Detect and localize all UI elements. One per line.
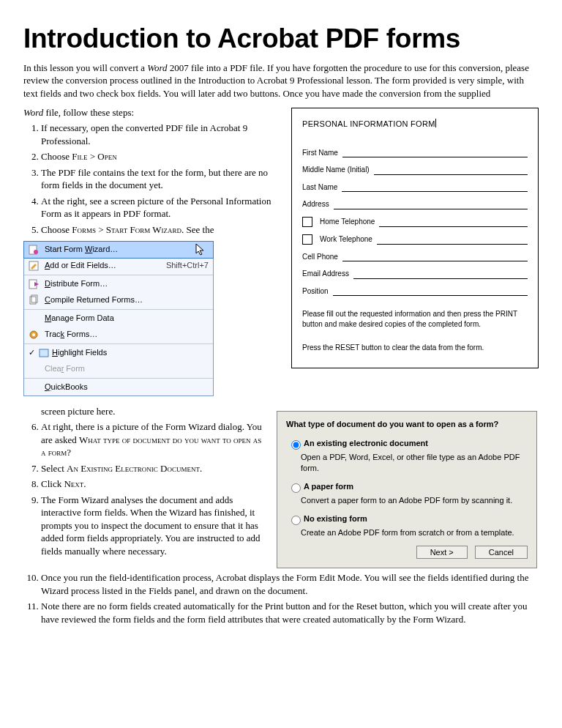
compile-icon [27, 294, 40, 307]
menu-separator [24, 275, 213, 275]
menu-label: Track Forms… [45, 329, 209, 340]
pif-line [374, 167, 528, 175]
pif-label-position: Position [302, 286, 329, 297]
svg-point-1 [34, 250, 38, 254]
wizard-icon [27, 243, 40, 256]
wizard-option-label: No existing form [304, 514, 367, 523]
menu-quickbooks[interactable]: QuickBooks [24, 379, 213, 395]
menu-label: Add or Edit Fields… [45, 260, 166, 271]
wizard-option-desc: Create an Adobe PDF form from scratch or… [301, 527, 528, 538]
intro-tail: Word file, follow these steps: [23, 106, 280, 119]
check-icon: ✓ [27, 347, 36, 358]
cursor-icon [195, 243, 206, 259]
pif-line [379, 219, 528, 227]
track-icon [27, 328, 40, 341]
pif-label-home: Home Telephone [320, 217, 375, 227]
pif-note-print: Please fill out the requested informatio… [302, 309, 528, 330]
pif-checkbox-home [302, 217, 312, 227]
wizard-option-existing[interactable]: An existing electronic document Open a P… [288, 438, 528, 474]
step-11: Note there are no form fields created au… [41, 600, 539, 625]
menu-compile-forms[interactable]: Compile Returned Forms… [24, 292, 213, 308]
step-4: At the right, see a screen picture of th… [41, 195, 280, 220]
blank-icon [27, 312, 40, 325]
step-7: Select An Existing Electronic Document. [41, 462, 265, 475]
form-wizard-dialog: What type of document do you want to ope… [277, 411, 537, 569]
menu-distribute-form[interactable]: Distribute Form… [24, 276, 213, 292]
cancel-button[interactable]: Cancel [475, 546, 528, 559]
pif-note-reset: Press the RESET button to clear the data… [302, 343, 528, 353]
pif-line [342, 184, 528, 192]
pif-label-last: Last Name [302, 182, 337, 193]
radio-existing[interactable] [291, 440, 301, 450]
blank-icon [27, 381, 40, 394]
menu-label: Clear Form [45, 363, 209, 374]
pif-line [377, 237, 528, 245]
pif-checkbox-work [302, 234, 312, 245]
step-3: The PDF file contains the text for the f… [41, 166, 280, 192]
menu-start-form-wizard[interactable]: Start Form Wizard… [23, 241, 214, 259]
intro-text: In this lesson you will convert a [23, 62, 147, 73]
steps-list-cont: At right, there is a picture of the Form… [23, 420, 265, 557]
edit-fields-icon [27, 259, 40, 272]
intro-paragraph: In this lesson you will convert a Word 2… [23, 62, 539, 100]
pif-title: PERSONAL INFORMATION FORM [302, 119, 436, 127]
intro-word-italic: Word [23, 107, 43, 118]
steps-list: If necessary, open the converted PDF fil… [23, 122, 280, 395]
step-text: Click [41, 478, 64, 489]
wizard-option-desc: Convert a paper form to an Adobe PDF for… [301, 495, 528, 506]
steps-list-final: Once you run the field-identification pr… [23, 571, 539, 625]
pif-line [342, 149, 528, 157]
wizard-question: What type of document do you want to ope… [286, 419, 528, 430]
menu-label: Manage Form Data [45, 313, 209, 324]
radio-none[interactable] [291, 516, 301, 525]
option-ref: An Existing Electronic Document. [67, 463, 202, 474]
pif-label-first: First Name [302, 148, 338, 158]
svg-rect-8 [40, 349, 48, 357]
step-10: Once you run the field-identification pr… [41, 571, 539, 597]
pif-label-middle: Middle Name (Initial) [302, 165, 370, 175]
highlight-icon [37, 346, 50, 360]
menu-separator [24, 343, 213, 344]
blank-icon [27, 363, 40, 376]
wizard-option-none[interactable]: No existing form Create an Adobe PDF for… [288, 513, 528, 538]
menu-add-edit-fields[interactable]: Add or Edit Fields… Shift+Ctrl+7 [24, 258, 213, 274]
button-ref: Next. [64, 478, 86, 489]
step-2: Choose File > Open [41, 150, 280, 163]
step-5-after: screen picture here. [23, 405, 265, 418]
step-text: . See the [181, 224, 214, 235]
menu-label: Distribute Form… [45, 278, 209, 289]
intro-text: file, follow these steps: [43, 107, 134, 118]
step-9: The Form Wizard analyses the document an… [41, 494, 265, 558]
menu-manage-form-data[interactable]: Manage Form Data [24, 311, 213, 327]
pif-line [353, 271, 528, 279]
step-1: If necessary, open the converted PDF fil… [41, 122, 280, 147]
menu-shortcut: Shift+Ctrl+7 [166, 260, 209, 271]
pif-line [333, 288, 528, 296]
menu-label: QuickBooks [45, 382, 209, 393]
radio-paper[interactable] [291, 483, 301, 493]
step-8: Click Next. [41, 478, 265, 491]
distribute-icon [27, 278, 40, 291]
menu-label: Compile Returned Forms… [45, 294, 209, 305]
step-text: Choose [41, 224, 72, 235]
menu-separator [24, 309, 213, 310]
intro-word-italic: Word [147, 62, 167, 73]
menu-highlight-fields[interactable]: ✓ Highlight Fields [24, 345, 213, 361]
menu-track-forms[interactable]: Track Forms… [24, 327, 213, 343]
wizard-option-label: An existing electronic document [304, 439, 428, 447]
step-text: Select [41, 463, 67, 474]
menu-path: File > Open [72, 151, 116, 162]
wizard-option-paper[interactable]: A paper form Convert a paper form to an … [288, 481, 528, 506]
forms-menu: Start Form Wizard… Add or Edit Fields… S… [23, 241, 214, 396]
menu-label: Start Form Wizard… [45, 244, 198, 255]
step-5: Choose Forms > Start Form Wizard. See th… [41, 223, 280, 396]
menu-clear-form: Clear Form [24, 361, 213, 377]
step-text: Choose [41, 151, 72, 162]
step-6: At right, there is a picture of the Form… [41, 420, 265, 459]
wizard-option-label: A paper form [304, 482, 353, 491]
svg-point-7 [32, 333, 35, 336]
pif-label-cell: Cell Phone [302, 252, 338, 262]
wizard-option-desc: Open a PDF, Word, Excel, or other file t… [301, 452, 528, 474]
menu-path: Forms > Start Form Wizard [72, 224, 181, 235]
next-button[interactable]: Next > [416, 546, 468, 559]
